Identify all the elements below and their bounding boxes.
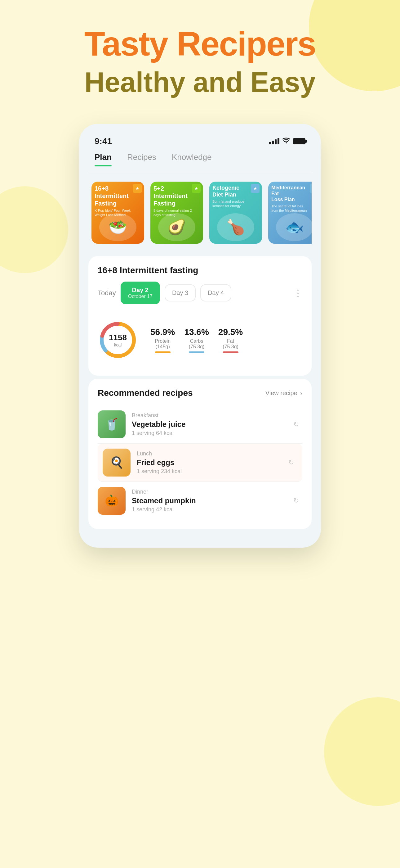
recipe-kcal-3: 1 serving 42 kcal [132, 506, 284, 513]
status-icons [269, 137, 305, 145]
diet-card-5-2[interactable]: ★ 5+2IntermittentFasting 5 days of norma… [151, 182, 203, 244]
nutrition-stats: 56.9% Protein (145g) 13.6% Carbs (75.3g)… [151, 327, 302, 353]
star-icon: ★ [133, 184, 142, 193]
day-2-label: Day 2 [132, 286, 148, 293]
protein-grams: (145g) [151, 344, 175, 349]
diet-card-text-1: 16+8IntermittentFasting K-Pop Idols' Fou… [95, 185, 133, 217]
recipe-item-lunch[interactable]: 🍳 Lunch Fried eggs 1 serving 234 kcal ↻ [98, 444, 302, 482]
diet-card-subtitle-4: The secret of fat loss from the Mediterr… [271, 204, 310, 213]
hero-subtitle: Healthy and Easy [19, 65, 381, 99]
tab-knowledge[interactable]: Knowledge [172, 152, 212, 166]
protein-percent: 56.9% [151, 327, 175, 337]
bg-decoration-bottom [324, 697, 400, 806]
recipe-image-2: 🍳 [103, 448, 131, 476]
wifi-icon [282, 137, 290, 145]
phone-frame: 9:41 [79, 124, 321, 548]
day-4-button[interactable]: Day 4 [200, 284, 231, 302]
diet-card-text-4: Mediterranean FatLoss Plan The secret of… [271, 185, 310, 213]
recipe-name-2: Fried eggs [137, 458, 279, 467]
diet-card-title-3: KetogenicDiet Plan [212, 185, 251, 198]
recipe-name-1: Vegetable juice [132, 420, 284, 429]
day-2-button[interactable]: Day 2 October 17 [121, 282, 160, 304]
fat-label: Fat [218, 338, 243, 344]
carbs-stat: 13.6% Carbs (75.3g) [184, 327, 209, 353]
recipe-image-1: 🥤 [98, 410, 126, 438]
diet-card-subtitle-3: Burn fat and produce ketones for energy [212, 199, 251, 208]
refresh-recipe-2[interactable]: ↻ [285, 456, 297, 469]
plan-title: 16+8 Intermittent fasting [98, 266, 302, 275]
star-icon-4: ★ [310, 184, 312, 193]
day-4-label: Day 4 [208, 289, 224, 296]
diet-card-16-8[interactable]: ★ 16+8IntermittentFasting K-Pop Idols' F… [92, 182, 144, 244]
nav-tabs: Plan Recipes Knowledge [88, 152, 312, 172]
diet-card-mediterranean[interactable]: ★ Mediterranean FatLoss Plan The secret … [268, 182, 312, 244]
phone-mockup: 9:41 [79, 124, 321, 548]
recipes-header: Recommended recipes View recipe › [98, 388, 302, 398]
tab-plan[interactable]: Plan [95, 152, 112, 166]
calorie-unit: kcal [109, 342, 127, 347]
fat-stat: 29.5% Fat (75.3g) [218, 327, 243, 353]
recipes-section: Recommended recipes View recipe › 🥤 Brea… [88, 379, 312, 529]
recipe-image-3: 🎃 [98, 487, 126, 515]
food-visual-1: 🥗 [99, 213, 136, 241]
fat-percent: 29.5% [218, 327, 243, 337]
view-recipe-text: View recipe [265, 390, 297, 397]
star-icon-2: ★ [192, 184, 201, 193]
recipe-name-3: Steamed pumpkin [132, 496, 284, 505]
meal-type-3: Dinner [132, 489, 284, 495]
plan-section: 16+8 Intermittent fasting Today Day 2 Oc… [88, 256, 312, 376]
day-selector: Today Day 2 October 17 Day 3 Day 4 ⋮ [98, 282, 302, 304]
chevron-right-icon: › [300, 390, 302, 397]
protein-bar [155, 351, 171, 353]
hero-section: Tasty Recipers Healthy and Easy [0, 0, 400, 112]
fat-bar [223, 351, 238, 353]
diet-card-text-3: KetogenicDiet Plan Burn fat and produce … [212, 185, 251, 208]
food-visual-3: 🍗 [217, 213, 254, 241]
meal-type-2: Lunch [137, 451, 279, 457]
recipe-kcal-1: 1 serving 64 kcal [132, 430, 284, 436]
tab-recipes[interactable]: Recipes [127, 152, 156, 166]
diet-card-title-2: 5+2IntermittentFasting [154, 185, 192, 207]
day-3-label: Day 3 [172, 289, 188, 296]
signal-icon [269, 138, 279, 144]
bg-decoration-left [0, 186, 68, 273]
carbs-bar [189, 351, 204, 353]
food-visual-4: 🐟 [276, 213, 312, 241]
protein-label: Protein [151, 338, 175, 344]
hero-title: Tasty Recipers [19, 25, 381, 62]
calorie-ring: 1158 kcal [98, 320, 138, 360]
diet-card-title-4: Mediterranean FatLoss Plan [271, 185, 310, 203]
carbs-grams: (75.3g) [184, 344, 209, 349]
recipes-title: Recommended recipes [98, 388, 193, 398]
carbs-label: Carbs [184, 338, 209, 344]
diet-cards-container: ★ 16+8IntermittentFasting K-Pop Idols' F… [88, 172, 312, 253]
nutrition-section: 1158 kcal 56.9% Protein (145g) 13.6% Car… [98, 314, 302, 366]
day-2-date: October 17 [128, 294, 153, 299]
day-3-button[interactable]: Day 3 [165, 284, 196, 302]
view-recipe-link[interactable]: View recipe › [265, 390, 302, 397]
recipe-kcal-2: 1 serving 234 kcal [137, 468, 279, 475]
diet-card-keto[interactable]: ★ KetogenicDiet Plan Burn fat and produc… [209, 182, 262, 244]
diet-card-text-2: 5+2IntermittentFasting 5 days of normal … [154, 185, 192, 217]
svg-point-0 [286, 142, 287, 144]
refresh-recipe-1[interactable]: ↻ [290, 418, 302, 431]
more-days-button[interactable]: ⋮ [294, 288, 302, 298]
today-label: Today [98, 289, 116, 297]
carbs-percent: 13.6% [184, 327, 209, 337]
fat-grams: (75.3g) [218, 344, 243, 349]
diet-card-title-1: 16+8IntermittentFasting [95, 185, 133, 207]
calorie-center: 1158 kcal [109, 333, 127, 347]
recipe-item-dinner[interactable]: 🎃 Dinner Steamed pumpkin 1 serving 42 kc… [98, 482, 302, 520]
calorie-value: 1158 [109, 333, 127, 342]
recipe-info-1: Breakfanst Vegetable juice 1 serving 64 … [132, 412, 284, 436]
recipe-info-3: Dinner Steamed pumpkin 1 serving 42 kcal [132, 489, 284, 513]
battery-icon [293, 138, 305, 144]
food-visual-2: 🥑 [158, 213, 195, 241]
recipe-info-2: Lunch Fried eggs 1 serving 234 kcal [137, 451, 279, 475]
meal-type-1: Breakfanst [132, 412, 284, 419]
status-bar: 9:41 [88, 133, 312, 152]
refresh-recipe-3[interactable]: ↻ [290, 495, 302, 507]
recipe-item-breakfast[interactable]: 🥤 Breakfanst Vegetable juice 1 serving 6… [98, 405, 302, 444]
protein-stat: 56.9% Protein (145g) [151, 327, 175, 353]
star-icon-3: ★ [251, 184, 260, 193]
